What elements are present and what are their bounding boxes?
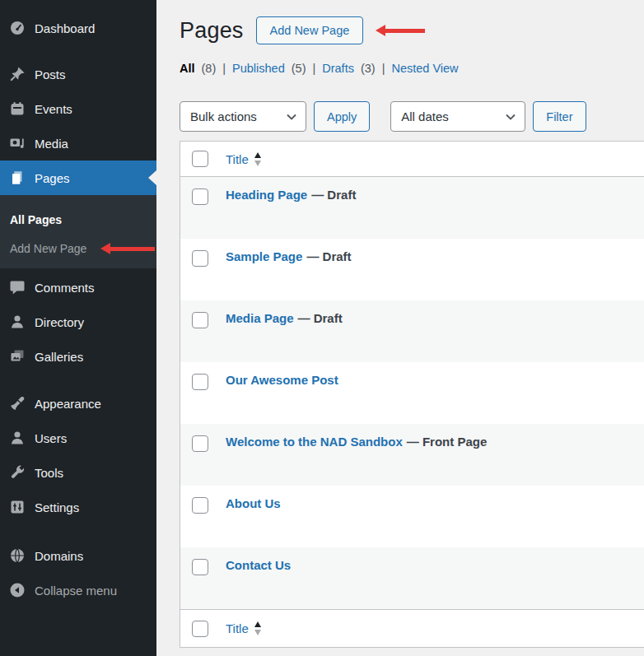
separator: |	[382, 62, 385, 75]
bulk-actions-select[interactable]: Bulk actions	[180, 101, 306, 132]
table-header-row: Title	[180, 142, 644, 177]
page-title-link[interactable]: Media Page	[226, 311, 294, 325]
calendar-icon	[9, 100, 26, 117]
title-column-sort-link[interactable]: Title	[226, 621, 261, 635]
sidebar-item-pages[interactable]: Pages	[0, 161, 156, 195]
table-row: Sample Page— Draft	[180, 239, 644, 300]
row-checkbox[interactable]	[192, 250, 208, 267]
pages-list-table: Title Heading Page— Draft Sample Page— D…	[180, 141, 644, 648]
row-checkbox[interactable]	[192, 559, 208, 575]
sort-desc-icon	[254, 161, 261, 166]
table-row: Welcome to the NAD Sandbox— Front Page	[180, 424, 644, 486]
submenu-item-label: Add New Page	[10, 242, 86, 255]
sidebar-item-domains[interactable]: Domains	[0, 538, 156, 573]
page-title-link[interactable]: Sample Page	[226, 249, 302, 263]
select-all-checkbox[interactable]	[192, 151, 208, 167]
sidebar-item-label: Collapse menu	[35, 584, 117, 598]
sidebar-item-events[interactable]: Events	[0, 91, 156, 126]
row-checkbox[interactable]	[192, 312, 208, 328]
page-header: Pages Add New Page	[180, 16, 644, 44]
row-checkbox[interactable]	[192, 374, 208, 390]
sidebar-item-label: Users	[35, 431, 67, 445]
submenu-item-add-new-page[interactable]: Add New Page	[0, 234, 156, 263]
page-title-link[interactable]: About Us	[226, 496, 281, 510]
sidebar-item-label: Tools	[35, 466, 63, 480]
separator: |	[312, 62, 315, 75]
table-body: Heading Page— Draft Sample Page— Draft M…	[180, 177, 644, 609]
apply-button[interactable]: Apply	[314, 101, 370, 132]
post-state: — Front Page	[407, 435, 488, 449]
dashboard-icon	[9, 20, 26, 36]
sidebar-item-label: Events	[35, 102, 72, 116]
submenu-item-label: All Pages	[10, 213, 62, 226]
sort-icons	[254, 621, 261, 635]
post-state: — Draft	[298, 311, 343, 325]
select-all-checkbox[interactable]	[192, 621, 208, 637]
pages-icon	[9, 170, 26, 186]
table-footer-row: Title	[180, 609, 644, 647]
person-icon	[9, 314, 26, 330]
table-row: Contact Us	[180, 547, 644, 609]
view-count: (5)	[292, 62, 306, 75]
page-title: Pages	[180, 18, 244, 44]
users-icon	[9, 430, 26, 446]
sidebar-item-posts[interactable]: Posts	[0, 57, 156, 91]
table-row: About Us	[180, 486, 644, 547]
separator: |	[222, 62, 226, 75]
sidebar-item-collapse-menu[interactable]: Collapse menu	[0, 573, 156, 607]
sidebar-item-galleries[interactable]: Galleries	[0, 339, 156, 374]
view-filter-links: All (8) | Published (5) | Drafts (3) | N…	[180, 62, 644, 75]
sort-desc-icon	[254, 630, 261, 635]
gallery-icon	[9, 348, 26, 365]
page-title-link[interactable]: Welcome to the NAD Sandbox	[226, 435, 403, 449]
collapse-icon	[9, 582, 26, 598]
row-checkbox[interactable]	[192, 188, 208, 205]
sidebar-item-dashboard[interactable]: Dashboard	[0, 11, 156, 45]
sidebar-item-appearance[interactable]: Appearance	[0, 386, 156, 421]
sidebar-item-label: Directory	[35, 315, 84, 329]
row-checkbox[interactable]	[192, 435, 208, 452]
title-column-label: Title	[226, 621, 249, 635]
pushpin-icon	[9, 66, 26, 82]
view-link-drafts[interactable]: Drafts	[322, 62, 354, 75]
row-checkbox[interactable]	[192, 497, 208, 514]
sidebar-item-media[interactable]: Media	[0, 126, 156, 161]
sidebar-item-label: Comments	[35, 281, 95, 295]
sidebar-item-label: Galleries	[35, 350, 83, 364]
pages-admin-content: Pages Add New Page All (8) | Published (…	[156, 0, 644, 656]
view-link-published[interactable]: Published	[232, 62, 285, 75]
annotation-arrow-icon	[376, 24, 425, 37]
page-title-link[interactable]: Contact Us	[226, 558, 291, 572]
pages-submenu: All Pages Add New Page	[0, 195, 156, 268]
title-column-sort-link[interactable]: Title	[226, 152, 261, 166]
list-table-toolbar: Bulk actions Apply All dates Filter	[180, 101, 644, 132]
media-icon	[9, 135, 26, 151]
sidebar-item-tools[interactable]: Tools	[0, 455, 156, 490]
table-row: Our Awesome Post	[180, 362, 644, 424]
view-link-all[interactable]: All	[180, 62, 195, 75]
wrench-icon	[9, 464, 26, 481]
post-state: — Draft	[306, 249, 351, 263]
submenu-item-all-pages[interactable]: All Pages	[0, 205, 156, 234]
sidebar-item-label: Pages	[35, 171, 70, 185]
sidebar-item-label: Media	[35, 137, 68, 151]
add-new-page-button[interactable]: Add New Page	[256, 16, 364, 44]
table-row: Media Page— Draft	[180, 300, 644, 362]
sidebar-item-settings[interactable]: Settings	[0, 490, 156, 524]
sort-asc-icon	[254, 152, 261, 158]
view-count: (8)	[202, 62, 217, 75]
sidebar-item-directory[interactable]: Directory	[0, 305, 156, 339]
sidebar-item-users[interactable]: Users	[0, 421, 156, 455]
dates-filter-select[interactable]: All dates	[390, 101, 525, 132]
sidebar-item-comments[interactable]: Comments	[0, 270, 156, 305]
sidebar-item-label: Appearance	[35, 397, 101, 411]
settings-icon	[9, 499, 26, 515]
sidebar-item-label: Settings	[35, 500, 79, 514]
page-title-link[interactable]: Our Awesome Post	[226, 373, 338, 387]
sidebar-item-label: Posts	[35, 67, 66, 81]
sort-asc-icon	[254, 621, 261, 627]
table-row: Heading Page— Draft	[180, 177, 644, 239]
view-link-nested-view[interactable]: Nested View	[391, 62, 458, 75]
filter-button[interactable]: Filter	[533, 101, 586, 132]
page-title-link[interactable]: Heading Page	[226, 188, 307, 202]
